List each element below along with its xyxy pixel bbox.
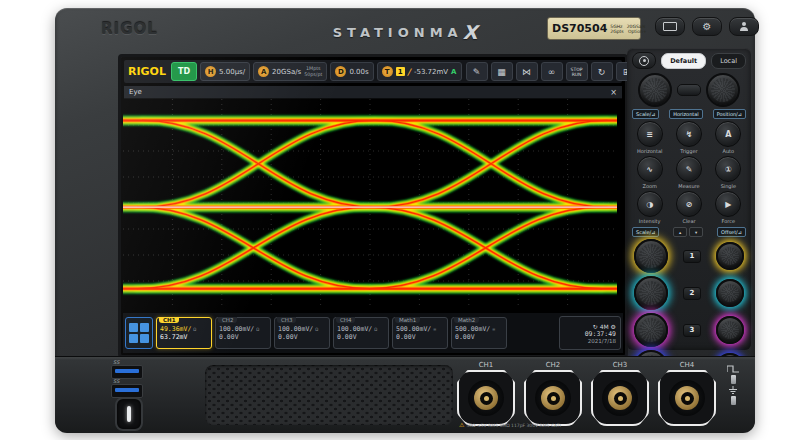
close-icon[interactable]: × (610, 88, 617, 97)
impedance-indicator: = (433, 326, 436, 332)
function-caption: Auto (723, 148, 735, 154)
gear-icon-small: ⚙ (611, 323, 616, 330)
mode-button[interactable]: TD (171, 62, 197, 81)
connector-ch3: CH350Ω (591, 361, 649, 426)
ch2-enable-button[interactable]: 2 (683, 287, 701, 300)
eye-analysis-button[interactable]: ⋈ (516, 62, 538, 81)
channel-offset-value: 0.00V (219, 333, 267, 341)
bnc-outer-ring (468, 380, 504, 416)
channel-scale-value: 49.36mV/Ω (160, 325, 208, 333)
bnc-outer-ring (535, 380, 571, 416)
warning-icon: ⚠ (459, 421, 464, 428)
clock-time: 09:37:49 (585, 330, 616, 338)
bnc-pin (484, 396, 489, 401)
channel-box-label: CH3 (277, 317, 296, 323)
impedance-indicator: Ω (256, 326, 259, 332)
function-caption: Force (722, 218, 736, 224)
square-wave-icon (727, 365, 739, 373)
usb-port-1 (111, 365, 143, 379)
auto-button[interactable]: A (715, 121, 741, 147)
front-panel-controls: Default Local Scale/⊿ Horizontal Positio… (627, 48, 751, 350)
acquisition-segment[interactable]: A 20GSa/s 1Mpts 50ps/pt (253, 62, 327, 81)
channel-box-ch1[interactable]: CH149.36mV/Ω63.72mV (156, 317, 212, 349)
clear-button[interactable]: ⊘ (676, 191, 702, 217)
impedance-indicator: Ω (193, 326, 196, 332)
power-button[interactable] (115, 397, 143, 431)
settings-button[interactable]: ⚙ (692, 17, 722, 36)
horizontal-position-knob[interactable] (706, 73, 740, 107)
channel-box-ch3[interactable]: CH3100.00mV/Ω0.00V (274, 317, 330, 349)
ch1-offset-knob[interactable] (716, 242, 744, 270)
search-button[interactable]: ∞ (541, 62, 563, 81)
force-button[interactable]: ▶ (715, 191, 741, 217)
bnc-outer-ring (602, 380, 638, 416)
eye-diagram-plot[interactable] (123, 99, 617, 307)
horizontal-button[interactable]: ≡ (637, 121, 663, 147)
measure-button[interactable]: ▦ (491, 62, 513, 81)
channel-box-ch4[interactable]: CH4100.00mV/Ω0.00V (333, 317, 389, 349)
default-button[interactable]: Default (661, 53, 706, 69)
channel-box-math2[interactable]: Math2500.00mV/=0.00V (451, 317, 507, 349)
measure-button[interactable]: ✎ (676, 156, 702, 182)
ch3-enable-button[interactable]: 3 (683, 324, 701, 337)
channel-box-math1[interactable]: Math1500.00mV/=0.00V (392, 317, 448, 349)
bnc-pin (685, 396, 690, 401)
horizontal-scale-segment[interactable]: H 5.00μs/ (200, 62, 250, 81)
zoom-button[interactable]: ∿ (637, 156, 663, 182)
function-cell-zoom: ∿Zoom (632, 156, 667, 189)
history-icon-small: ↻ (593, 323, 598, 330)
horizontal-position-label: Position/⊿ (713, 109, 746, 119)
single-button[interactable]: ① (715, 156, 741, 182)
impedance-indicator: Ω (315, 326, 318, 332)
touch-lock-button[interactable] (632, 52, 656, 69)
local-button[interactable]: Local (711, 53, 746, 69)
channel-boxes: CH149.36mV/Ω63.72mVCH2100.00mV/Ω0.00VCH3… (156, 317, 507, 349)
ch3-scale-knob[interactable] (634, 313, 668, 347)
power-icon (127, 406, 131, 422)
impedance-label: 50Ω (652, 365, 661, 374)
trigger-level-value: -53.72mV (414, 68, 448, 76)
horizontal-menu-button[interactable] (677, 84, 701, 96)
display-button[interactable] (655, 17, 685, 36)
channel-box-ch2[interactable]: CH2100.00mV/Ω0.00V (215, 317, 271, 349)
mini-button-left[interactable]: ▴ (673, 227, 687, 237)
impedance-indicator: = (492, 326, 495, 332)
t-badge: T (382, 66, 393, 77)
front-lower-panel: SS SS CH1CH250ΩCH350ΩCH450Ω ⚠50Ω ≤5V RMS… (55, 356, 755, 433)
ch2-offset-knob[interactable] (716, 279, 744, 307)
channel-scale-value: 500.00mV/= (396, 325, 444, 333)
rigol-embossed-logo: RIGOL (101, 20, 158, 38)
h-scale-value: 5.00μs/ (219, 68, 245, 76)
horizontal-scale-knob[interactable] (638, 73, 672, 107)
bnc-gold-ring (608, 386, 632, 410)
ch3-offset-knob[interactable] (716, 316, 744, 344)
bnc-body-ch2: 50Ω (524, 370, 582, 426)
channel-box-label: Math2 (454, 317, 479, 323)
trigger-icon: ↯ (686, 130, 693, 139)
clock-date: 2021/7/18 (588, 338, 616, 344)
intensity-button[interactable]: ◑ (637, 191, 663, 217)
history-button[interactable]: ↻ (591, 62, 613, 81)
channel-display-toggle[interactable] (125, 317, 153, 349)
d-badge: D (335, 66, 346, 77)
mini-button-right[interactable]: ▾ (689, 227, 703, 237)
ch2-scale-knob[interactable] (634, 276, 668, 310)
ground-icon (728, 386, 738, 394)
touch-icon (639, 56, 649, 66)
trigger-segment[interactable]: T 1 / -53.72mV A (377, 62, 462, 81)
ch1-enable-button[interactable]: 1 (683, 250, 701, 263)
function-caption: Zoom (642, 183, 656, 189)
result-tab-title[interactable]: Eye (129, 88, 142, 96)
user-button[interactable] (729, 17, 759, 36)
stop-run-button[interactable]: STOP RUN (566, 62, 588, 81)
intensity-icon: ◑ (646, 200, 653, 209)
ch1-scale-knob[interactable] (634, 239, 668, 273)
channel-box-label: CH1 (159, 317, 179, 323)
annotate-button[interactable]: ✎ (466, 62, 488, 81)
trigger-button[interactable]: ↯ (676, 121, 702, 147)
channel-row-3: 3 (632, 313, 746, 347)
pencil-icon: ✎ (473, 67, 481, 77)
delay-segment[interactable]: D 0.00s (330, 62, 373, 81)
gear-icon: ⚙ (703, 22, 712, 32)
screen-rigol-logo: RIGOL (128, 65, 166, 78)
